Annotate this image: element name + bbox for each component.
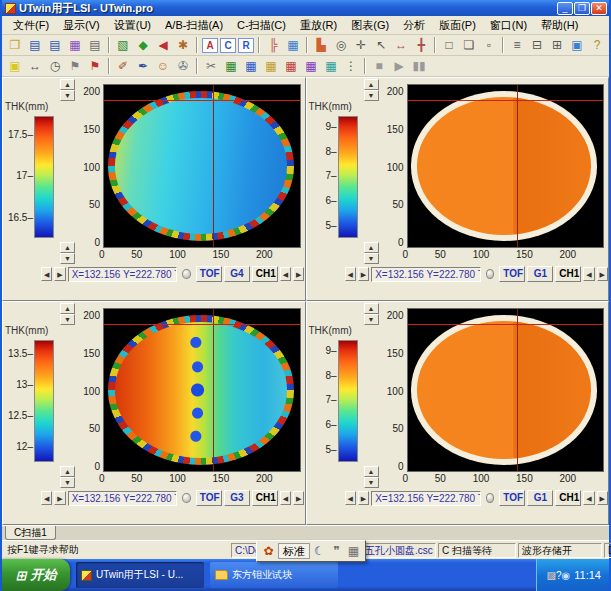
tab-cscan1[interactable]: C扫描1 (5, 526, 56, 540)
clip-icon[interactable]: ✂ (202, 58, 220, 75)
gate-button[interactable]: G1 (527, 266, 553, 282)
grid-tool-icon[interactable]: ▦ (345, 543, 362, 560)
colorbar-up-button[interactable]: ▲ (60, 303, 75, 314)
channel-button[interactable]: CH1 (555, 266, 581, 282)
scroll-right-button[interactable]: ▶ (358, 267, 369, 281)
crosshair-icon[interactable]: ╋ (412, 37, 430, 54)
cscan-image[interactable] (103, 308, 301, 472)
cscan-image[interactable] (103, 84, 301, 248)
channel-button[interactable]: CH1 (252, 490, 278, 506)
scroll-right-button[interactable]: ▶ (54, 267, 65, 281)
traffic-light-icon[interactable]: ⋮ (342, 58, 360, 75)
channel-button[interactable]: CH1 (252, 266, 278, 282)
probe-icon[interactable]: ☺ (154, 58, 172, 75)
quote-tool-icon[interactable]: ❞ (328, 543, 345, 560)
scroll-left-button[interactable]: ◀ (41, 491, 52, 505)
grid-teal-icon[interactable]: ▦ (322, 58, 340, 75)
colorbar-up-button[interactable]: ▲ (364, 303, 379, 314)
tof-button[interactable]: TOF (499, 490, 525, 506)
colorbar-up-button[interactable]: ▲ (60, 242, 75, 253)
ink-icon[interactable]: ✒ (134, 58, 152, 75)
colorbar-up-button[interactable]: ▲ (364, 466, 379, 477)
menu-item[interactable]: 帮助(H) (534, 16, 585, 35)
scroll-left-button[interactable]: ◀ (41, 267, 52, 281)
taskbar-task-folder[interactable]: 东方钼业试块 (210, 562, 338, 588)
measure-icon[interactable]: ↔ (392, 37, 410, 54)
gate-button[interactable]: G4 (224, 266, 250, 282)
colorbar-down-button[interactable]: ▼ (364, 314, 379, 325)
tile-vertical-icon[interactable]: ⊞ (548, 37, 566, 54)
save-image-icon[interactable]: ▦ (66, 37, 84, 54)
histogram-icon[interactable]: ▙ (312, 37, 330, 54)
tile-windows-icon[interactable]: ▫ (480, 37, 498, 54)
colorbar-up-button[interactable]: ▲ (364, 79, 379, 90)
taskbar-task-utwin[interactable]: UTwin用于LSI - U... (76, 562, 204, 588)
colorbar-down-button[interactable]: ▼ (364, 253, 379, 264)
grid-green-icon[interactable]: ▦ (222, 58, 240, 75)
play-icon[interactable]: ▶ (390, 58, 408, 75)
menu-item[interactable]: 显示(V) (56, 16, 107, 35)
menu-item[interactable]: 重放(R) (293, 16, 344, 35)
prev-button[interactable]: ◀ (583, 267, 594, 281)
colorbar-up-button[interactable]: ▲ (364, 242, 379, 253)
brush-tool-icon[interactable]: ✿ (260, 543, 277, 560)
a-scan-button[interactable]: A (202, 38, 218, 53)
tof-button[interactable]: TOF (499, 266, 525, 282)
tray-app-icon[interactable]: ▨ (547, 570, 556, 581)
colorbar-down-button[interactable]: ▼ (364, 90, 379, 101)
colorbar-up-button[interactable]: ▲ (60, 466, 75, 477)
layout-icon[interactable]: ▦ (284, 37, 302, 54)
menu-item[interactable]: 版面(P) (432, 16, 483, 35)
channel-button[interactable]: CH1 (555, 490, 581, 506)
stack-windows-icon[interactable]: ≡ (508, 37, 526, 54)
draw-icon[interactable]: ✐ (114, 58, 132, 75)
run-icon[interactable]: ✱ (174, 37, 192, 54)
save-icon[interactable]: ▤ (26, 37, 44, 54)
scroll-left-button[interactable]: ◀ (345, 267, 356, 281)
next-button[interactable]: ▶ (597, 267, 608, 281)
colorbar-down-button[interactable]: ▼ (60, 314, 75, 325)
scroll-left-button[interactable]: ◀ (345, 491, 356, 505)
colorbar-down-button[interactable]: ▼ (60, 477, 75, 488)
pan-icon[interactable]: ✛ (352, 37, 370, 54)
moon-tool-icon[interactable]: ☾ (311, 543, 328, 560)
minimize-button[interactable]: _ (557, 2, 573, 15)
record-icon[interactable]: ✇ (174, 58, 192, 75)
tray-volume-icon[interactable]: ◉ (562, 570, 571, 581)
gate-flag-icon[interactable]: ⚑ (66, 58, 84, 75)
cascade-windows-icon[interactable]: ❏ (460, 37, 478, 54)
open-file-icon[interactable]: ❐ (6, 37, 24, 54)
alarm-flag-icon[interactable]: ⚑ (86, 58, 104, 75)
menu-item[interactable]: 分析 (396, 16, 432, 35)
grid-blue-icon[interactable]: ▦ (242, 58, 260, 75)
gate-button[interactable]: G3 (224, 490, 250, 506)
export-icon[interactable]: ▧ (114, 37, 132, 54)
floating-standard-toolbar[interactable]: ✿ 标准 ☾❞▦ (256, 540, 366, 562)
gate-button[interactable]: G1 (527, 490, 553, 506)
prev-button[interactable]: ◀ (583, 491, 594, 505)
monitor-icon[interactable]: ▣ (568, 37, 586, 54)
colorbar-down-button[interactable]: ▼ (364, 477, 379, 488)
close-button[interactable]: ✕ (591, 2, 607, 15)
menu-item[interactable]: 图表(G) (344, 16, 396, 35)
go-start-icon[interactable]: ◀ (154, 37, 172, 54)
next-button[interactable]: ▶ (293, 491, 304, 505)
print-icon[interactable]: ▤ (86, 37, 104, 54)
menu-item[interactable]: 窗口(N) (483, 16, 534, 35)
range-icon[interactable]: ↔ (26, 58, 44, 75)
colorbar-down-button[interactable]: ▼ (60, 90, 75, 101)
new-window-icon[interactable]: □ (440, 37, 458, 54)
tof-button[interactable]: TOF (196, 490, 222, 506)
gate-time-icon[interactable]: ◷ (46, 58, 64, 75)
stop-icon[interactable]: ■ (370, 58, 388, 75)
next-button[interactable]: ▶ (293, 267, 304, 281)
grid-yellow-icon[interactable]: ▦ (262, 58, 280, 75)
start-button[interactable]: ⊞ 开始 (2, 559, 70, 591)
menu-item[interactable]: 文件(F) (6, 16, 56, 35)
scroll-right-button[interactable]: ▶ (54, 491, 65, 505)
tile-horizontal-icon[interactable]: ⊟ (528, 37, 546, 54)
tof-button[interactable]: TOF (196, 266, 222, 282)
r-scan-button[interactable]: R (238, 38, 254, 53)
grid-purple-icon[interactable]: ▦ (302, 58, 320, 75)
center-view-icon[interactable]: ◆ (134, 37, 152, 54)
